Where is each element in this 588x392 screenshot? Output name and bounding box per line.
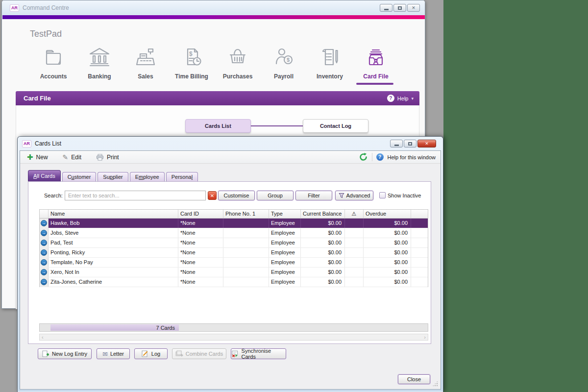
table-row[interactable]: → Jobs, Steve *None Employee $0.00 $0.00 [40, 228, 428, 238]
module-inventory[interactable]: Inventory [307, 45, 353, 83]
module-accounts[interactable]: Accounts [30, 45, 76, 83]
module-label: Payroll [274, 73, 294, 80]
open-card-arrow-icon[interactable]: → [41, 279, 47, 285]
close-button[interactable]: ✕ [417, 140, 436, 147]
cell-phone [223, 219, 269, 228]
cell-card-id: *None [178, 248, 223, 257]
tab-customer[interactable]: Customer [62, 172, 97, 181]
header-name[interactable]: Name [49, 210, 178, 218]
cell-type: Employee [269, 238, 301, 247]
new-button[interactable]: ✚ New [27, 153, 48, 161]
table-row[interactable]: → Template, No Pay *None Employee $0.00 … [40, 258, 428, 268]
print-button[interactable]: Print [96, 154, 119, 161]
cell-phone [223, 277, 269, 287]
cell-balance: $0.00 [301, 219, 345, 228]
module-sales[interactable]: Sales [122, 45, 169, 83]
warning-icon[interactable]: ⚠ [345, 210, 364, 218]
cell-phone [223, 268, 269, 277]
help-label: Help [397, 96, 409, 101]
scroll-right-icon[interactable]: › [424, 334, 426, 340]
resize-grip[interactable] [432, 381, 438, 387]
toolbar: ✚ New ✎ Edit Print [20, 151, 441, 164]
new-log-entry-button[interactable]: New Log Entry [38, 348, 92, 359]
cards-list-flow-button[interactable]: Cards List [185, 119, 251, 133]
table-row[interactable]: → Hawke, Bob *None Employee $0.00 $0.00 [40, 219, 428, 228]
tab-all-cards[interactable]: All Cards [28, 170, 61, 181]
minimize-icon [384, 9, 389, 10]
table-row[interactable]: → Zita-Jones, Catherine *None Employee $… [40, 277, 428, 287]
desktop: AR Command Centre ✕ TestPad Accounts Ba [0, 0, 588, 392]
cards-list-window: AR Cards List ✕ ✚ New ✎ Edit [17, 136, 443, 392]
horizontal-scrollbar[interactable]: ‹ › [39, 334, 428, 341]
contact-log-flow-button[interactable]: Contact Log [303, 119, 368, 133]
table-row[interactable]: → Xero, Not In *None Employee $0.00 $0.0… [40, 268, 428, 277]
module-purchases[interactable]: Purchases [215, 45, 261, 83]
command-centre-titlebar[interactable]: AR Command Centre ✕ [2, 0, 425, 15]
open-card-arrow-icon[interactable]: → [41, 240, 47, 246]
table-row[interactable]: → Pad, Test *None Employee $0.00 $0.00 [40, 238, 428, 248]
header-card-id[interactable]: Card ID [178, 210, 223, 218]
maximize-button[interactable] [404, 140, 416, 147]
tab-personal[interactable]: Personal [166, 172, 198, 181]
help-for-window-label[interactable]: Help for this window [388, 154, 436, 160]
minimize-icon [394, 145, 399, 146]
customise-button[interactable]: Customise [218, 191, 255, 200]
minimize-button[interactable] [380, 4, 392, 12]
show-inactive-label[interactable]: Show Inactive [388, 193, 421, 198]
clear-search-button[interactable]: ✕ [208, 191, 217, 200]
module-label: Sales [138, 73, 153, 80]
header-current-balance[interactable]: Current Balance [301, 210, 345, 218]
letter-label: Letter [110, 351, 124, 357]
edit-button[interactable]: ✎ Edit [63, 154, 81, 161]
module-card-file[interactable]: Card File [353, 45, 399, 83]
module-time-billing[interactable]: $ Time Billing [169, 45, 215, 83]
table-row[interactable]: → Ponting, Ricky *None Employee $0.00 $0… [40, 248, 428, 258]
open-card-arrow-icon[interactable]: → [41, 249, 47, 256]
inventory-icon [317, 45, 343, 70]
module-banking[interactable]: Banking [76, 45, 122, 83]
banner-help-button[interactable]: ? Help ▾ [387, 95, 414, 102]
header-phone[interactable]: Phone No. 1 [223, 210, 269, 218]
open-card-arrow-icon[interactable]: → [41, 259, 47, 266]
header-type[interactable]: Type [269, 210, 301, 218]
tab-supplier[interactable]: Supplier [98, 172, 128, 181]
combine-cards-button[interactable]: Combine Cards [172, 348, 226, 359]
close-button[interactable]: ✕ [407, 4, 420, 12]
cards-list-titlebar[interactable]: AR Cards List ✕ [18, 137, 443, 150]
log-button[interactable]: Log [134, 348, 168, 359]
folder-icon [41, 45, 66, 70]
card-file-banner: Card File ? Help ▾ [16, 91, 419, 105]
module-payroll[interactable]: $ Payroll [261, 45, 307, 83]
cell-name: Hawke, Bob [49, 219, 178, 228]
synchronise-cards-button[interactable]: Synchronise Cards [231, 348, 286, 359]
help-icon[interactable]: ? [376, 153, 384, 161]
company-name: TestPad [30, 29, 62, 39]
tab-employee[interactable]: Employee [130, 172, 165, 181]
open-card-arrow-icon[interactable]: → [41, 269, 47, 275]
maximize-button[interactable] [393, 4, 406, 12]
open-card-arrow-icon[interactable]: → [41, 230, 47, 236]
header-overdue[interactable]: Overdue [364, 210, 411, 218]
group-button[interactable]: Group [257, 191, 294, 200]
search-input[interactable] [65, 191, 206, 200]
advanced-button[interactable]: Advanced [335, 191, 373, 200]
open-card-arrow-icon[interactable]: → [41, 220, 47, 226]
minimize-button[interactable] [390, 140, 403, 147]
cell-type: Employee [269, 277, 301, 287]
close-window-button[interactable]: Close [398, 374, 430, 384]
brand-gradient-bar [2, 15, 425, 19]
card-count-badge: 7 Cards [50, 324, 179, 331]
refresh-icon[interactable] [359, 152, 368, 162]
status-bar: 7 Cards [39, 323, 428, 332]
help-icon: ? [387, 95, 394, 102]
cell-balance: $0.00 [301, 277, 345, 287]
show-inactive-checkbox[interactable] [379, 192, 386, 198]
letter-button[interactable]: ✉ Letter [97, 348, 130, 359]
combine-cards-label: Combine Cards [186, 351, 223, 357]
cell-type: Employee [269, 248, 301, 257]
cell-name: Jobs, Steve [49, 228, 178, 238]
scroll-left-icon[interactable]: ‹ [42, 334, 44, 340]
filter-button[interactable]: Filter [295, 191, 332, 200]
log-icon [142, 350, 149, 357]
new-log-entry-icon [42, 350, 49, 357]
